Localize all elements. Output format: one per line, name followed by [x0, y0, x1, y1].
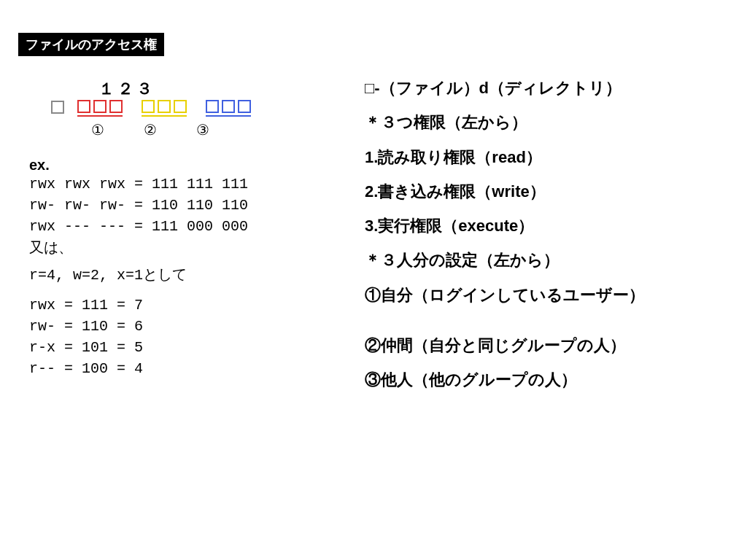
- filetype-box: [51, 101, 64, 117]
- desc-read: 1.読み取り権限（read）: [365, 140, 747, 174]
- example-block-1: rwx rwx rwx = 111 111 111 rw- rw- rw- = …: [29, 174, 343, 237]
- equation-suffix: として: [143, 266, 187, 282]
- perm-box-icon: [158, 100, 171, 113]
- perm-box-icon: [77, 100, 90, 113]
- perm-box-icon: [238, 100, 251, 113]
- perm-box-icon: [109, 100, 123, 113]
- group-perm-boxes: [142, 100, 187, 117]
- circled-3: ③: [196, 121, 209, 139]
- desc-three-users: ＊３人分の設定（左から）: [365, 243, 747, 277]
- desc-filetype: □-（ファイル）d（ディレクトリ）: [365, 71, 747, 105]
- diagram-boxes-row: [51, 100, 343, 117]
- desc-write: 2.書き込み権限（write）: [365, 174, 747, 209]
- diagram-circle-row: ① ② ③: [91, 121, 343, 139]
- perm-box-icon: [174, 100, 187, 113]
- other-perm-boxes: [206, 100, 251, 117]
- desc-other: ③他人（他のグループの人）: [365, 362, 747, 397]
- equation-mono: r=4, w=2, x=1: [29, 267, 143, 284]
- perm-box-icon: [93, 100, 107, 113]
- header-badge: ファイルのアクセス権: [18, 33, 164, 56]
- desc-execute: 3.実行権限（execute）: [365, 209, 747, 243]
- perm-box-icon: [206, 100, 219, 113]
- circled-1: ①: [91, 121, 104, 139]
- equation-line: r=4, w=2, x=1として: [29, 264, 343, 286]
- left-column: １２３: [0, 71, 343, 397]
- content-area: １２３: [0, 71, 747, 397]
- circled-2: ②: [144, 121, 157, 139]
- permissions-diagram: １２３: [51, 78, 343, 139]
- desc-three-perms: ＊３つ権限（左から）: [365, 105, 747, 139]
- desc-group: ②仲間（自分と同じグループの人）: [365, 328, 747, 362]
- desc-owner: ①自分（ログインしているユーザー）: [365, 278, 747, 312]
- perm-box-icon: [222, 100, 235, 113]
- right-column: □-（ファイル）d（ディレクトリ） ＊３つ権限（左から） 1.読み取り権限（re…: [343, 71, 747, 397]
- or-text: 又は、: [29, 237, 343, 258]
- example-block-2: rwx = 111 = 7 rw- = 110 = 6 r-x = 101 = …: [29, 295, 343, 379]
- perm-box-icon: [142, 100, 155, 113]
- example-label: ex.: [29, 157, 343, 174]
- diagram-numbers: １２３: [98, 78, 343, 100]
- owner-group-boxes: [77, 100, 123, 117]
